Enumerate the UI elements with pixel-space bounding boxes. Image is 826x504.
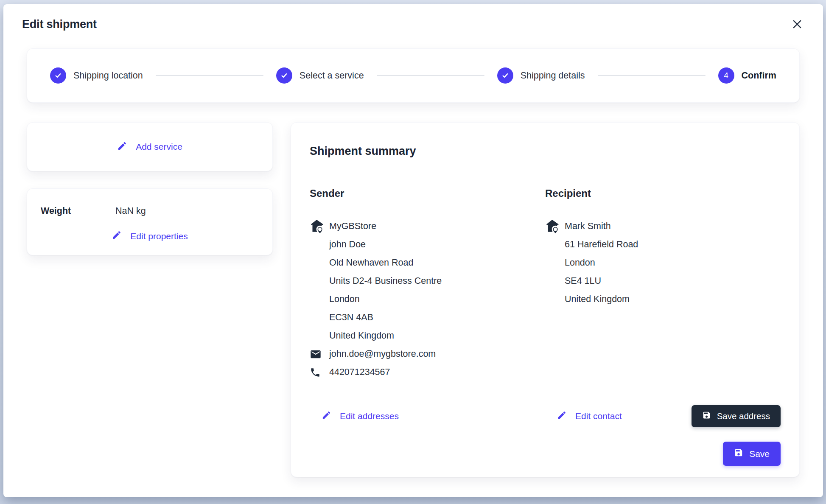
step-connector xyxy=(156,75,263,76)
step-complete-check-icon xyxy=(276,67,292,84)
phone-icon xyxy=(310,367,329,378)
sender-address-block: MyGBStorejohn DoeOld Newhaven RoadUnits … xyxy=(310,217,545,381)
step-select-service[interactable]: Select a service xyxy=(276,67,364,84)
stepper: Shipping location Select a service Shipp… xyxy=(27,48,800,103)
recipient-column: Recipient Mark Smith61 Harefield RoadLon… xyxy=(545,188,781,381)
address-line: EC3N 4AB xyxy=(329,308,545,327)
step-connector xyxy=(377,75,484,76)
address-line: Old Newhaven Road xyxy=(329,254,545,272)
edit-contact-link[interactable]: Edit contact xyxy=(557,410,622,422)
pencil-icon xyxy=(557,410,567,422)
step-number-badge: 4 xyxy=(718,67,734,84)
save-row: Save xyxy=(310,442,781,466)
step-connector xyxy=(598,75,706,76)
edit-properties-link[interactable]: Edit properties xyxy=(112,230,188,242)
pencil-icon xyxy=(117,141,127,153)
address-line: 61 Harefield Road xyxy=(565,235,781,254)
add-service-link[interactable]: Add service xyxy=(117,141,182,153)
address-line: United Kingdom xyxy=(565,290,781,308)
step-complete-check-icon xyxy=(497,67,513,84)
weight-value: NaN kg xyxy=(115,206,146,216)
recipient-address-block: Mark Smith61 Harefield RoadLondonSE4 1LU… xyxy=(545,217,781,308)
address-line: United Kingdom xyxy=(329,327,545,345)
address-line: SE4 1LU xyxy=(565,272,781,290)
recipient-address-lines: Mark Smith61 Harefield RoadLondonSE4 1LU… xyxy=(565,217,781,308)
address-line: London xyxy=(329,290,545,308)
modal-header: Edit shipment xyxy=(19,15,808,31)
footer-left: Edit addresses xyxy=(310,410,545,422)
summary-footer: Edit addresses Edit contact Save xyxy=(310,405,781,427)
weight-row: Weight NaN kg xyxy=(27,206,272,216)
save-icon xyxy=(734,448,743,459)
sender-email: john.doe@mygbstore.com xyxy=(329,349,436,359)
step-label: Shipping details xyxy=(521,70,585,81)
close-button[interactable] xyxy=(790,17,804,31)
summary-columns: Sender MyGBStorejohn DoeOld Newhaven Roa… xyxy=(310,188,781,381)
address-line: Units D2-4 Business Centre xyxy=(329,272,545,290)
edit-addresses-link[interactable]: Edit addresses xyxy=(322,410,399,422)
edit-addresses-label: Edit addresses xyxy=(340,411,399,421)
sender-phone-row: 442071234567 xyxy=(329,363,545,381)
home-pin-icon xyxy=(544,218,560,237)
sender-phone: 442071234567 xyxy=(329,367,390,378)
step-label: Select a service xyxy=(300,70,364,81)
sender-heading: Sender xyxy=(310,188,545,199)
sender-address-lines: MyGBStorejohn DoeOld Newhaven RoadUnits … xyxy=(329,217,545,345)
shipment-summary-card: Shipment summary Sender MyGBStorejohn Do… xyxy=(291,122,800,477)
mail-icon xyxy=(310,348,329,360)
close-icon xyxy=(791,18,804,31)
sender-column: Sender MyGBStorejohn DoeOld Newhaven Roa… xyxy=(310,188,545,381)
address-line: London xyxy=(565,254,781,272)
summary-title: Shipment summary xyxy=(310,145,781,158)
page-title: Edit shipment xyxy=(22,18,97,31)
save-icon xyxy=(702,411,711,422)
step-complete-check-icon xyxy=(50,67,66,84)
save-label: Save xyxy=(749,449,770,459)
step-label: Shipping location xyxy=(73,70,143,81)
step-shipping-location[interactable]: Shipping location xyxy=(50,67,143,84)
service-card: Add service xyxy=(27,122,273,171)
recipient-heading: Recipient xyxy=(545,188,781,199)
address-line: john Doe xyxy=(329,235,545,254)
properties-card: Weight NaN kg Edit properties xyxy=(27,188,273,255)
step-confirm[interactable]: 4 Confirm xyxy=(718,67,776,84)
step-label: Confirm xyxy=(742,70,776,81)
left-column: Add service Weight NaN kg Edit propertie… xyxy=(27,122,273,255)
add-service-label: Add service xyxy=(136,142,182,152)
edit-properties-label: Edit properties xyxy=(130,231,188,241)
step-shipping-details[interactable]: Shipping details xyxy=(497,67,585,84)
save-button[interactable]: Save xyxy=(723,442,781,466)
footer-right: Edit contact Save address xyxy=(545,405,781,427)
save-address-button[interactable]: Save address xyxy=(692,405,781,427)
save-address-label: Save address xyxy=(717,411,770,421)
address-line: MyGBStore xyxy=(329,217,545,235)
pencil-icon xyxy=(322,410,331,422)
pencil-icon xyxy=(112,230,122,242)
edit-contact-label: Edit contact xyxy=(575,411,622,421)
weight-label: Weight xyxy=(41,206,115,216)
edit-shipment-modal: Edit shipment Shipping location Select a… xyxy=(3,4,823,497)
address-line: Mark Smith xyxy=(565,217,781,235)
modal-content: Add service Weight NaN kg Edit propertie… xyxy=(27,122,800,477)
sender-email-row: john.doe@mygbstore.com xyxy=(329,345,545,363)
home-pin-icon xyxy=(309,218,325,237)
